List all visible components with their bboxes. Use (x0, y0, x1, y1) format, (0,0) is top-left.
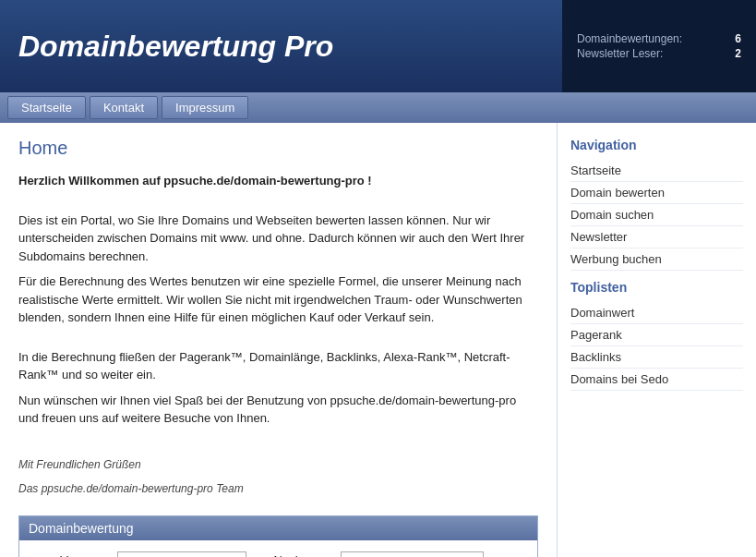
sidebar-link-newsletter[interactable]: Newsletter (570, 226, 743, 248)
nachname-input[interactable] (341, 551, 484, 558)
nav-kontakt[interactable]: Kontakt (90, 96, 158, 119)
domainbewertungen-value: 6 (732, 32, 741, 45)
sidebar-link-domain-bewerten[interactable]: Domain bewerten (570, 182, 743, 204)
toplisten-heading: Toplisten (570, 280, 743, 295)
nav-heading: Navigation (570, 138, 743, 152)
nachname-label: Nachname: (270, 553, 335, 557)
signature2: Das ppsuche.de/domain-bewertung-pro Team (18, 480, 538, 497)
sidebar-link-werbung-buchen[interactable]: Werbung buchen (570, 248, 743, 271)
sidebar-link-domain-suchen[interactable]: Domain suchen (570, 204, 743, 226)
app-title: Domainbewertung Pro (18, 30, 333, 64)
sidebar-link-backlinks[interactable]: Backlinks (570, 346, 743, 369)
paragraph2: Für die Berechnung des Wertes benutzen w… (18, 272, 538, 327)
paragraph1: Dies ist ein Portal, wo Sie Ihre Domains… (18, 212, 538, 266)
signature1: Mit Freundlichen Grüßen (18, 456, 538, 473)
sidebar-link-pagerank[interactable]: Pagerank (570, 324, 743, 346)
newsletter-label: Newsletter Leser: (577, 47, 730, 60)
welcome-line: Herzlich Willkommen auf ppsuche.de/domai… (18, 172, 538, 190)
sidebar-link-domainwert[interactable]: Domainwert (570, 302, 743, 324)
vorname-label: Vorname: (29, 553, 112, 557)
newsletter-value: 2 (732, 47, 741, 60)
paragraph4: Nun wünschen wir Ihnen viel Spaß bei der… (18, 392, 538, 428)
domainbewertung-header: Domainbewertung (19, 516, 537, 540)
domainbewertungen-label: Domainbewertungen: (577, 32, 730, 45)
nav-startseite[interactable]: Startseite (7, 96, 86, 119)
sidebar-link-startseite[interactable]: Startseite (570, 160, 743, 182)
nav-impressum[interactable]: Impressum (162, 96, 248, 119)
vorname-input[interactable] (117, 551, 246, 558)
page-title: Home (18, 138, 538, 159)
paragraph3: In die Berechnung fließen der Pagerank™,… (18, 348, 538, 384)
sidebar-link-domains-bei-sedo[interactable]: Domains bei Sedo (570, 369, 743, 391)
